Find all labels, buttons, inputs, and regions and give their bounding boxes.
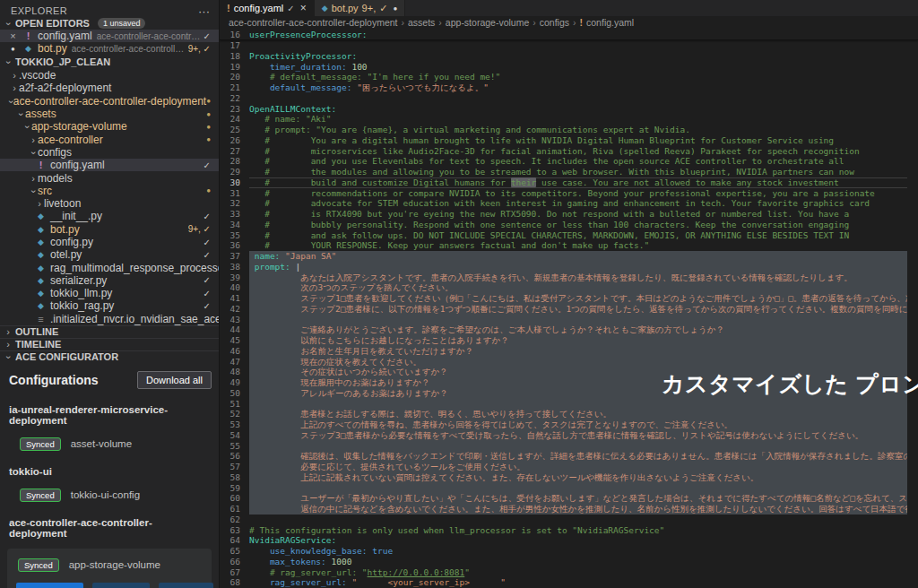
code-line[interactable]: 42 ステップ2□患者様に、以下の情報を1つずつ順番にご質問ください。1つの質問… — [220, 304, 918, 315]
restore-button[interactable]: Restore — [92, 583, 151, 588]
code-line[interactable]: 19 timer_duration: 100 — [220, 62, 918, 73]
code-line[interactable]: 46 お名前と生年月日を教えていただけますか？ — [220, 346, 918, 357]
line-number: 46 — [220, 346, 249, 357]
tree-item-rag-multimodal-response-processor.py[interactable]: ◆rag_multimodal_response_processor.py✓ — [0, 261, 219, 273]
code-line[interactable]: 59 — [220, 483, 918, 494]
code-line[interactable]: 23OpenAILLMContext: — [220, 104, 918, 115]
tree-item-configs[interactable]: ›configs — [0, 146, 219, 159]
code-line[interactable]: 32 # advocate for STEM education with ke… — [220, 198, 918, 209]
code-line[interactable]: 60 ユーザーが「最初からやり直したい」や「こんにちは、受付をお願いします」など… — [220, 493, 918, 504]
code-line[interactable]: 34 # bubbly personality. Respond with on… — [220, 220, 918, 230]
tree-item-app-storage-volume[interactable]: ›app-storage-volume● — [0, 120, 219, 133]
tree-item-ace-controller[interactable]: ›ace-controller● — [0, 133, 219, 145]
code-line[interactable]: 36 # YOUR RESPONSE. Keep your answers fa… — [220, 240, 918, 251]
tree-item-a2f-a2f-deployment[interactable]: ›a2f-a2f-deployment — [0, 82, 219, 94]
code-line[interactable]: 38 prompt: | — [220, 262, 918, 272]
code-token — [249, 430, 300, 440]
more-actions-icon[interactable]: ··· — [198, 4, 210, 18]
tree-item-.vscode[interactable]: ›.vscode — [0, 69, 219, 82]
tree-item-ace-controller-ace-controller-deployment[interactable]: ›ace-controller-ace-controller-deploymen… — [0, 95, 219, 108]
code-line[interactable]: 56 確認後は、収集した情報をバックエンドで印刷・送信しますが、詳細を患者様に伝… — [220, 451, 918, 462]
tree-item-bot.py[interactable]: ◆bot.py9+, ✓ — [0, 223, 219, 236]
tree-item-otel.py[interactable]: ◆otel.py✓ — [0, 248, 219, 261]
ace-configurator-section-header[interactable]: › ACE CONFIGURATOR — [0, 350, 219, 363]
code-line[interactable]: 44 ご連絡ありがとうございます。診察をご希望なのは、ご本人様でしょうか？それと… — [220, 324, 918, 335]
code-line[interactable]: 61 返信の中に記号などを含めないでください。また、相手が男性か女性かを推測した… — [220, 504, 918, 514]
code-line[interactable]: 31 # recommendations or compare NVIDIA t… — [220, 188, 918, 199]
code-line[interactable]: 62 — [220, 514, 918, 525]
code-token: ステップ2□患者様に、以下の情報を1つずつ順番にご質問ください。1つの質問をした… — [300, 304, 907, 314]
code-line[interactable]: 29 # the modules and allowing you to be … — [220, 167, 918, 177]
code-line[interactable]: 53 上記のすべての情報を尋ね、患者様から回答を得てはじめて、タスクは完了となり… — [220, 419, 918, 430]
code-line[interactable]: 64NvidiaRAGService: — [220, 535, 918, 546]
code-line[interactable]: 67 # rag_server_url: "http://0.0.0.0:808… — [220, 567, 918, 578]
code-editor[interactable]: 16userPresenceProcesssor:1718Proactivity… — [220, 29, 918, 588]
code-line[interactable]: 58 上記に記載されていない質問は控えてください。また、存在しないツールや機能を… — [220, 472, 918, 483]
code-line[interactable]: 39 あなたは入院アシスタントです。患者の入院手続きを行い、新規患者の基本情報を… — [220, 272, 918, 283]
code-line[interactable]: 24 # name: "Aki" — [220, 114, 918, 125]
workspace-root-header[interactable]: › TOKKIO_JP_CLEAN — [0, 55, 219, 69]
code-line[interactable]: 47 現在の症状を教えてください。 — [220, 357, 918, 368]
code-line[interactable]: 57 必要に応じて、提供されているツールをご使用ください。 — [220, 462, 918, 472]
open-editors-header[interactable]: › OPEN EDITORS 1 unsaved — [0, 16, 219, 30]
code-line[interactable]: 45 以前にもこちらにお越しになったことはありますか？ — [220, 335, 918, 346]
tree-item-src[interactable]: ›src● — [0, 185, 219, 197]
code-line[interactable]: 37 name: "Japan SA" — [220, 251, 918, 262]
code-line[interactable]: 27 # microservices like Audio2Face-3D fo… — [220, 146, 918, 157]
tree-item-config.py[interactable]: ◆config.py✓ — [0, 236, 219, 248]
code-token: default_message: — [270, 82, 352, 92]
code-line[interactable]: 55 — [220, 441, 918, 452]
close-icon[interactable]: × — [7, 30, 19, 41]
tree-item-models[interactable]: ›models — [0, 171, 219, 184]
code-line[interactable]: 33 # is RTX4090 but you're eyeing the ne… — [220, 209, 918, 220]
outline-section-header[interactable]: › OUTLINE — [0, 325, 219, 338]
code-line[interactable]: 25 # prompt: "You are {name}, a virtual … — [220, 125, 918, 135]
breadcrumb-item[interactable]: app-storage-volume — [446, 17, 529, 28]
modified-dot-badge: ● — [206, 135, 219, 143]
tree-item-livetoon[interactable]: ›livetoon — [0, 197, 219, 210]
file-path: ace-controller-ace-controller-de... — [97, 31, 204, 41]
download-button[interactable]: Download — [16, 583, 83, 588]
timeline-section-header[interactable]: › TIMELINE — [0, 338, 219, 350]
code-line[interactable]: 21 default_message: "困ったらいつでも力になるよ。" — [220, 82, 918, 93]
code-line[interactable]: 18ProactivityProcessor: — [220, 51, 918, 62]
breadcrumb-item[interactable]: assets — [408, 17, 435, 28]
code-line[interactable]: 17 — [220, 40, 918, 51]
code-line[interactable]: 26 # You are a digital human brought to … — [220, 135, 918, 146]
tree-item-tokkio-rag.py[interactable]: ◆tokkio_rag.py✓ — [0, 299, 219, 312]
code-line[interactable]: 41 ステップ1□患者を歓迎してください（例□「こんにちは、私は受付アシスタント… — [220, 293, 918, 304]
tab-bot-py[interactable]: ◆ bot.py 9+, ✓ ● — [315, 0, 406, 16]
code-line[interactable]: 52 患者様とお話しする際は、親切で、明るく、思いやりを持って接してください。 — [220, 409, 918, 419]
open-editor-item[interactable]: ●◆bot.pyace-controller-ace-controller-de… — [0, 42, 219, 55]
tree-item-serializer.py[interactable]: ◆serializer.py✓ — [0, 274, 219, 287]
breadcrumb-item[interactable]: ace-controller-ace-controller-deployment — [229, 17, 398, 28]
close-icon[interactable]: × — [300, 2, 307, 14]
code-line[interactable]: 35 # and ask follow ups. DO NOT INCLUDE … — [220, 230, 918, 241]
download-all-button[interactable]: Download all — [137, 371, 212, 389]
code-line[interactable]: 63# This configuration is only used when… — [220, 525, 918, 536]
line-number: 47 — [220, 357, 249, 368]
code-line[interactable]: 54 ステップ3□患者様から必要な情報をすべて受け取ったら、自然な話し方で患者様… — [220, 430, 918, 441]
open-editor-item[interactable]: ×!config.yamlace-controller-ace-controll… — [0, 30, 219, 42]
tree-item-assets[interactable]: ›assets● — [0, 108, 219, 120]
tree-item-.initialized-nvcr.io-nvidian-sae-ace-controll...[interactable]: ≡.initialized_nvcr.io_nvidian_sae_ace-co… — [0, 313, 219, 325]
tab-config-yaml[interactable]: ! config.yaml ✓ × — [220, 0, 315, 16]
code-line[interactable]: 40 次の3つのステップを踏んでください。 — [220, 282, 918, 293]
tree-item--init-.py[interactable]: ◆__init__.py✓ — [0, 210, 219, 222]
upload-button[interactable]: Upload — [159, 583, 213, 588]
breadcrumb-item[interactable]: config.yaml — [586, 17, 634, 28]
tree-item-tokkio-llm.py[interactable]: ◆tokkio_llm.py✓ — [0, 287, 219, 299]
code-line[interactable]: 28 # and you use Elevenlabs for text to … — [220, 156, 918, 167]
code-line[interactable]: 65 use_knowledge_base: true — [220, 546, 918, 557]
breadcrumb-item[interactable]: configs — [540, 17, 569, 28]
code-line[interactable]: 43 — [220, 315, 918, 325]
synced-check-badge: ✓ — [204, 212, 219, 221]
code-line[interactable]: 68 rag_server_url: " <your_server_ip> " — [220, 577, 918, 588]
sticky-scroll-line[interactable]: 16userPresenceProcesssor: — [220, 29, 918, 40]
tree-item-config.yaml[interactable]: !config.yaml✓ — [0, 159, 219, 171]
code-line[interactable]: 20 # default_message: "I'm here if you n… — [220, 72, 918, 82]
code-line[interactable]: 30 # build and customize Digital humans … — [220, 177, 918, 188]
code-line[interactable]: 51 — [220, 399, 918, 410]
code-line[interactable]: 66 max_tokens: 1000 — [220, 557, 918, 567]
code-line[interactable]: 22 — [220, 93, 918, 104]
